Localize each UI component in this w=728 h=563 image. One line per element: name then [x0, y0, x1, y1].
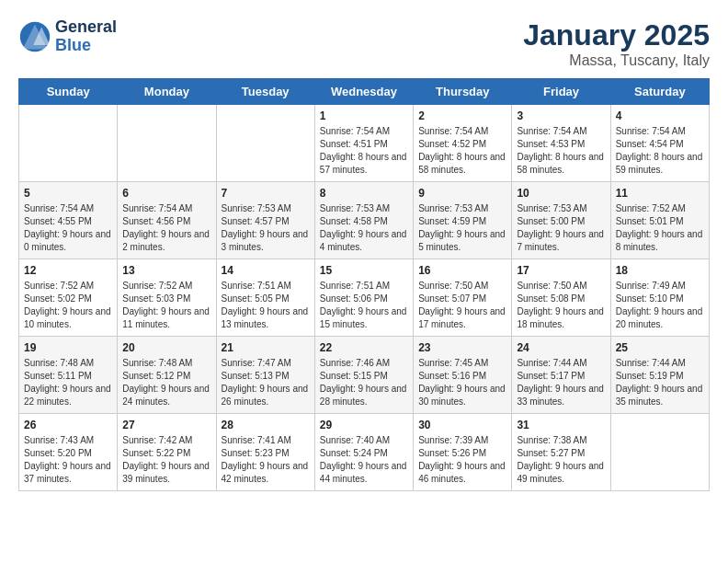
calendar-cell: 15Sunrise: 7:51 AM Sunset: 5:06 PM Dayli… [314, 259, 413, 337]
calendar-cell [216, 105, 314, 182]
day-number: 20 [122, 341, 210, 354]
day-number: 13 [122, 264, 210, 277]
calendar-cell: 10Sunrise: 7:53 AM Sunset: 5:00 PM Dayli… [512, 182, 610, 259]
day-number: 25 [616, 341, 704, 354]
cell-info: Sunrise: 7:47 AM Sunset: 5:13 PM Dayligh… [222, 357, 310, 408]
day-number: 21 [222, 341, 310, 354]
title-block: January 2025 Massa, Tuscany, Italy [523, 18, 710, 69]
day-header-wednesday: Wednesday [314, 79, 413, 105]
calendar-cell: 26Sunrise: 7:43 AM Sunset: 5:20 PM Dayli… [19, 414, 118, 491]
cell-info: Sunrise: 7:54 AM Sunset: 4:51 PM Dayligh… [320, 125, 408, 177]
cell-info: Sunrise: 7:52 AM Sunset: 5:03 PM Dayligh… [122, 280, 210, 331]
calendar-cell [610, 414, 709, 491]
week-row-5: 26Sunrise: 7:43 AM Sunset: 5:20 PM Dayli… [19, 414, 710, 491]
calendar-cell: 11Sunrise: 7:52 AM Sunset: 5:01 PM Dayli… [610, 182, 709, 259]
day-number: 5 [24, 187, 112, 200]
day-number: 23 [418, 341, 506, 354]
calendar-cell: 23Sunrise: 7:45 AM Sunset: 5:16 PM Dayli… [414, 337, 512, 414]
week-row-3: 12Sunrise: 7:52 AM Sunset: 5:02 PM Dayli… [19, 259, 710, 337]
calendar-cell: 16Sunrise: 7:50 AM Sunset: 5:07 PM Dayli… [414, 259, 512, 337]
cell-info: Sunrise: 7:53 AM Sunset: 4:58 PM Dayligh… [320, 202, 408, 254]
day-number: 6 [122, 187, 210, 200]
day-number: 17 [517, 264, 605, 277]
day-header-thursday: Thursday [414, 79, 512, 105]
cell-info: Sunrise: 7:42 AM Sunset: 5:22 PM Dayligh… [122, 434, 210, 486]
cell-info: Sunrise: 7:43 AM Sunset: 5:20 PM Dayligh… [24, 434, 112, 486]
cell-info: Sunrise: 7:53 AM Sunset: 4:57 PM Dayligh… [222, 202, 310, 254]
calendar-header: SundayMondayTuesdayWednesdayThursdayFrid… [19, 79, 710, 105]
day-number: 19 [24, 341, 112, 354]
calendar-subtitle: Massa, Tuscany, Italy [523, 52, 710, 69]
calendar-cell: 31Sunrise: 7:38 AM Sunset: 5:27 PM Dayli… [512, 414, 610, 491]
day-number: 7 [222, 187, 310, 200]
cell-info: Sunrise: 7:54 AM Sunset: 4:54 PM Dayligh… [616, 125, 704, 177]
calendar-cell: 8Sunrise: 7:53 AM Sunset: 4:58 PM Daylig… [314, 182, 413, 259]
day-number: 1 [320, 109, 408, 122]
cell-info: Sunrise: 7:44 AM Sunset: 5:19 PM Dayligh… [616, 357, 704, 408]
cell-info: Sunrise: 7:40 AM Sunset: 5:24 PM Dayligh… [320, 434, 408, 486]
cell-info: Sunrise: 7:45 AM Sunset: 5:16 PM Dayligh… [418, 357, 506, 408]
cell-info: Sunrise: 7:48 AM Sunset: 5:11 PM Dayligh… [24, 357, 112, 408]
calendar-cell: 19Sunrise: 7:48 AM Sunset: 5:11 PM Dayli… [19, 337, 118, 414]
calendar-title: January 2025 [523, 18, 710, 52]
day-header-saturday: Saturday [610, 79, 709, 105]
day-header-tuesday: Tuesday [216, 79, 314, 105]
calendar-cell [118, 105, 216, 182]
day-header-sunday: Sunday [19, 79, 118, 105]
cell-info: Sunrise: 7:49 AM Sunset: 5:10 PM Dayligh… [616, 280, 704, 331]
cell-info: Sunrise: 7:54 AM Sunset: 4:52 PM Dayligh… [418, 125, 506, 177]
calendar-cell [19, 105, 118, 182]
calendar-cell: 17Sunrise: 7:50 AM Sunset: 5:08 PM Dayli… [512, 259, 610, 337]
day-number: 18 [616, 264, 704, 277]
day-number: 3 [517, 109, 605, 122]
day-number: 10 [517, 187, 605, 200]
day-number: 31 [517, 419, 605, 431]
cell-info: Sunrise: 7:51 AM Sunset: 5:06 PM Dayligh… [320, 280, 408, 331]
cell-info: Sunrise: 7:52 AM Sunset: 5:02 PM Dayligh… [24, 280, 112, 331]
calendar-cell: 18Sunrise: 7:49 AM Sunset: 5:10 PM Dayli… [610, 259, 709, 337]
calendar-cell: 6Sunrise: 7:54 AM Sunset: 4:56 PM Daylig… [118, 182, 216, 259]
calendar-cell: 25Sunrise: 7:44 AM Sunset: 5:19 PM Dayli… [610, 337, 709, 414]
day-number: 24 [517, 341, 605, 354]
day-number: 26 [24, 419, 112, 431]
cell-info: Sunrise: 7:53 AM Sunset: 4:59 PM Dayligh… [418, 202, 506, 254]
day-number: 15 [320, 264, 408, 277]
cell-info: Sunrise: 7:44 AM Sunset: 5:17 PM Dayligh… [517, 357, 605, 408]
day-number: 4 [616, 109, 704, 122]
day-number: 22 [320, 341, 408, 354]
day-number: 14 [222, 264, 310, 277]
day-number: 30 [418, 419, 506, 431]
cell-info: Sunrise: 7:54 AM Sunset: 4:55 PM Dayligh… [24, 202, 112, 254]
calendar-cell: 20Sunrise: 7:48 AM Sunset: 5:12 PM Dayli… [118, 337, 216, 414]
calendar-cell: 29Sunrise: 7:40 AM Sunset: 5:24 PM Dayli… [314, 414, 413, 491]
calendar-cell: 22Sunrise: 7:46 AM Sunset: 5:15 PM Dayli… [314, 337, 413, 414]
calendar-cell: 3Sunrise: 7:54 AM Sunset: 4:53 PM Daylig… [512, 105, 610, 182]
cell-info: Sunrise: 7:54 AM Sunset: 4:53 PM Dayligh… [517, 125, 605, 177]
calendar-cell: 5Sunrise: 7:54 AM Sunset: 4:55 PM Daylig… [19, 182, 118, 259]
logo-text: General Blue [55, 18, 117, 55]
day-number: 29 [320, 419, 408, 431]
calendar-cell: 28Sunrise: 7:41 AM Sunset: 5:23 PM Dayli… [216, 414, 314, 491]
logo: General Blue [18, 18, 117, 55]
calendar-cell: 21Sunrise: 7:47 AM Sunset: 5:13 PM Dayli… [216, 337, 314, 414]
calendar-table: SundayMondayTuesdayWednesdayThursdayFrid… [18, 78, 710, 491]
logo-icon [18, 20, 51, 53]
page-header: General Blue January 2025 Massa, Tuscany… [18, 18, 710, 69]
calendar-cell: 30Sunrise: 7:39 AM Sunset: 5:26 PM Dayli… [414, 414, 512, 491]
cell-info: Sunrise: 7:50 AM Sunset: 5:08 PM Dayligh… [517, 280, 605, 331]
cell-info: Sunrise: 7:39 AM Sunset: 5:26 PM Dayligh… [418, 434, 506, 486]
day-number: 11 [616, 187, 704, 200]
calendar-cell: 2Sunrise: 7:54 AM Sunset: 4:52 PM Daylig… [414, 105, 512, 182]
day-number: 2 [418, 109, 506, 122]
cell-info: Sunrise: 7:50 AM Sunset: 5:07 PM Dayligh… [418, 280, 506, 331]
calendar-cell: 12Sunrise: 7:52 AM Sunset: 5:02 PM Dayli… [19, 259, 118, 337]
calendar-cell: 4Sunrise: 7:54 AM Sunset: 4:54 PM Daylig… [610, 105, 709, 182]
calendar-cell: 1Sunrise: 7:54 AM Sunset: 4:51 PM Daylig… [314, 105, 413, 182]
calendar-cell: 7Sunrise: 7:53 AM Sunset: 4:57 PM Daylig… [216, 182, 314, 259]
day-number: 9 [418, 187, 506, 200]
day-number: 28 [222, 419, 310, 431]
calendar-cell: 14Sunrise: 7:51 AM Sunset: 5:05 PM Dayli… [216, 259, 314, 337]
calendar-cell: 9Sunrise: 7:53 AM Sunset: 4:59 PM Daylig… [414, 182, 512, 259]
cell-info: Sunrise: 7:52 AM Sunset: 5:01 PM Dayligh… [616, 202, 704, 254]
day-number: 16 [418, 264, 506, 277]
